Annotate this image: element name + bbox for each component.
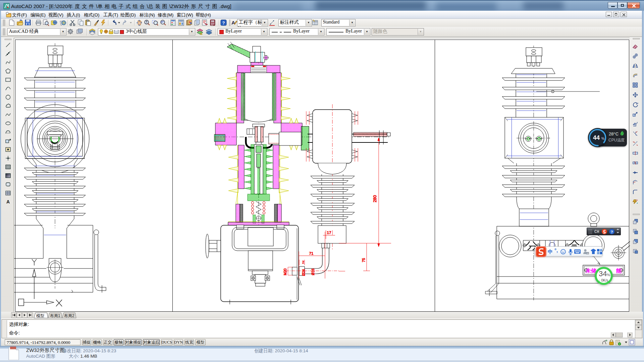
svg-text:A: A — [231, 20, 235, 25]
svg-text:Ø24: Ø24 — [302, 269, 306, 276]
svg-text:75: 75 — [362, 258, 366, 262]
svg-text:17: 17 — [327, 231, 331, 235]
svg-text:%: % — [601, 137, 604, 140]
svg-text:16: 16 — [586, 252, 589, 254]
svg-text:M20: M20 — [283, 268, 287, 276]
svg-text:44: 44 — [593, 134, 600, 141]
svg-text:?: ? — [611, 230, 613, 234]
svg-text:?: ? — [222, 20, 225, 25]
svg-text:71: 71 — [309, 251, 314, 255]
svg-text:CH: CH — [594, 230, 599, 234]
svg-text:A: A — [6, 199, 10, 204]
svg-text:2: 2 — [302, 260, 304, 264]
svg-text:Ø16: Ø16 — [311, 268, 315, 275]
svg-text:280: 280 — [372, 195, 377, 202]
